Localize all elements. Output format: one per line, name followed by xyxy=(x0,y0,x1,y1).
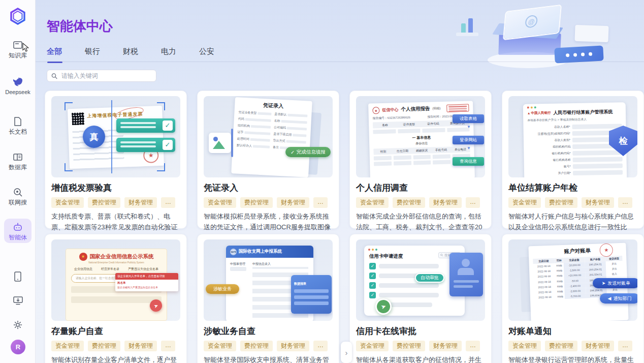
page-title: 智能体中心 xyxy=(47,17,113,35)
tag: 资金管理 xyxy=(508,341,541,351)
tab-police[interactable]: 公安 xyxy=(199,47,214,63)
panel-title: 数据报表 xyxy=(294,282,306,285)
tag: … xyxy=(618,197,632,208)
table-row-bars xyxy=(373,128,469,134)
mobile-app-icon[interactable] xyxy=(12,270,23,285)
form-title: 凭证录入 xyxy=(239,101,308,111)
tag: 资金管理 xyxy=(356,341,389,351)
chip-mountain xyxy=(213,141,225,149)
form-rows: 存款人名称*注册地(住所)或地区代码*存款人类别*组织机构代码银行机构代码*银行… xyxy=(527,123,623,177)
search-icon xyxy=(51,73,57,79)
agent-card-grid: 上海增值税电子普通发票 ★ 真 ✓ ✓ 增值税发票验真 资金管理费控管理财务管理… xyxy=(45,90,644,363)
form-field: 名称 xyxy=(274,118,307,125)
sidebar-item-web-search[interactable]: 联网搜 xyxy=(4,184,31,208)
card-tags: 资金管理费控管理财务管理… xyxy=(204,197,333,208)
agent-card-credit-card-approval[interactable]: 信用卡申请进度 搜索 ✓ ✓ ✓ ✓ 自动审批 ➤ xyxy=(349,234,492,363)
card-title: 信用卡在线审批 xyxy=(356,325,485,337)
tag: 财务管理 xyxy=(582,197,614,208)
sidebar-item-agent[interactable]: 智能体 xyxy=(4,219,31,243)
user-silhouette-body xyxy=(458,268,474,275)
query-info-button: 查询信息 xyxy=(453,157,484,166)
card-tags: 资金管理费控管理财务管理… xyxy=(204,341,333,351)
credit-center-seal: ★ xyxy=(372,107,379,114)
hero-base-ellipse xyxy=(488,52,569,68)
tab-bank[interactable]: 银行 xyxy=(85,47,100,63)
agent-card-stock-account-check[interactable]: ★ 国家企业信用信息公示系统 National Enterprise Credi… xyxy=(45,234,187,363)
credit-center-name: 征信中心 xyxy=(382,107,398,113)
national-emblem: ★ xyxy=(79,253,87,261)
sidebar-item-database[interactable]: 数据库 xyxy=(4,148,31,173)
tab-all[interactable]: 全部 xyxy=(47,47,62,63)
sidebar-item-knowledge-base[interactable]: 知识库 xyxy=(4,37,31,61)
sidebar-item-label: 知识库 xyxy=(4,52,31,59)
card-description: 智能体登录银行运营管理部的系统，批量生成对账单，并将对账单保存到指定位置，再根据… xyxy=(508,355,637,363)
sidebar-label: 申报单管理 xyxy=(230,262,245,266)
scan-corner xyxy=(157,102,165,110)
table-header-2: 性别出生日期婚姻状况手机号码单位电话 xyxy=(373,146,470,155)
agent-card-invoice-verify[interactable]: 上海增值税电子普通发票 ★ 真 ✓ ✓ 增值税发票验真 资金管理费控管理财务管理… xyxy=(45,90,187,229)
sidebar-item-long-document[interactable]: 长文档 xyxy=(4,113,31,137)
card-tags: 资金管理费控管理财务管理… xyxy=(356,197,485,208)
mini-search-icon xyxy=(440,254,443,257)
form-field: 凭证业务类型 xyxy=(238,110,271,116)
window-dots xyxy=(368,249,377,251)
star-stamp: ★ xyxy=(599,244,613,257)
voucher-form: 凭证录入 凭证业务类型是否默认代码名称组织机构公司编码证字是否下级启用处理时间导… xyxy=(231,97,312,177)
agent-card-sensitive-business-check[interactable]: SAFE 国际收支网上申报系统 申报单管理 申报信息录入 涉敏业务 数据报表 涉… xyxy=(197,234,339,363)
tag: 资金管理 xyxy=(508,197,541,208)
next-page-button[interactable]: › xyxy=(341,342,352,363)
agent-card-personal-credit[interactable]: ★ 征信中心 个人信用报告 (明细) 报告编号：63236726386626 报… xyxy=(349,90,492,229)
agent-card-statement-notice[interactable]: 账户对账单 ★ 交易日期币种交易金额账户余额借贷类型 2022-08-18RMB… xyxy=(502,234,644,363)
pboc-brand: 中国人民银行 人民币银行结算账户管理系统 xyxy=(527,108,622,116)
alert-title: 该企业被列入异常名单，点击查看详情 xyxy=(115,273,178,280)
hero-illustration: @ xyxy=(427,2,640,82)
tag: 费控管理 xyxy=(240,197,273,208)
form-fields: 凭证业务类型是否默认代码名称组织机构公司编码证字是否下级启用处理时间导出方式默认… xyxy=(237,110,308,152)
blue-bar xyxy=(231,129,233,157)
report-title-suffix: (明细) xyxy=(432,106,440,111)
agent-card-voucher-entry[interactable]: 凭证录入 凭证业务类型是否默认代码名称组织机构公司编码证字是否下级启用处理时间导… xyxy=(197,90,339,229)
tab-electric[interactable]: 电力 xyxy=(161,47,176,63)
check-row: ✓ xyxy=(116,138,175,152)
form-field: 是否下级启用 xyxy=(273,132,306,138)
sidebar-bar xyxy=(230,267,246,271)
system-title: 人民币银行结算账户管理系统 xyxy=(553,109,613,116)
tabs-divider xyxy=(36,62,644,62)
alert-body: 黑名单 该企业被列入严重违法失信企业名单 xyxy=(115,280,178,291)
tab-finance-tax[interactable]: 财税 xyxy=(123,47,138,63)
card-description: 智能体从各渠道获取客户的征信情况，并生产黑白名单，自动完成信用卡在线审批... xyxy=(356,355,485,363)
database-icon xyxy=(12,152,23,163)
card-description: 智能体完成企业外部征信信息的查询，包括法院、工商、税务、裁判文书、企查查等20多… xyxy=(356,211,485,233)
search-input[interactable] xyxy=(60,72,152,80)
card-illustration: 凭证录入 凭证业务类型是否默认代码名称组织机构公司编码证字是否下级启用处理时间导… xyxy=(204,96,333,177)
user-avatar[interactable]: R xyxy=(11,340,25,354)
card-tags: 资金管理费控管理财务管理… xyxy=(356,341,485,351)
safe-globe-logo: SAFE xyxy=(230,249,237,255)
category-tabs: 全部 银行 财税 电力 公安 xyxy=(47,47,237,63)
sidebar-item-deepseek[interactable]: Deepseek xyxy=(4,73,31,98)
form-field: 代码 xyxy=(238,116,271,123)
form-field: 导出方式 xyxy=(273,138,306,144)
sidebar-item-label: 数据库 xyxy=(4,164,31,171)
card-tags: 资金管理费控管理财务管理… xyxy=(508,341,637,351)
search-box[interactable] xyxy=(47,70,156,82)
card-illustration: ★ 征信中心 个人信用报告 (明细) 报告编号：63236726386626 报… xyxy=(356,96,485,177)
login-site-button: 登录网站 xyxy=(453,136,484,144)
hero-chart-base xyxy=(456,33,478,36)
app-logo-icon[interactable] xyxy=(8,6,28,26)
card-description: 智能体登录国际收支申报系统、清算业务管理系统自动导出交易数据... xyxy=(204,355,333,363)
form-row: 开户日期* xyxy=(528,169,623,177)
image-chip xyxy=(209,133,231,153)
desktop-download-icon[interactable] xyxy=(12,295,24,308)
scan-corner xyxy=(65,102,73,110)
task-row: ✓ xyxy=(369,292,439,298)
tag: 财务管理 xyxy=(124,341,157,351)
breadcrumb: 本地基本存款账户开立 > 审核及控制信息录入 xyxy=(527,116,622,123)
tag: … xyxy=(161,197,175,208)
card-title: 单位结算账户年检 xyxy=(508,182,637,194)
agent-card-account-annual-check[interactable]: 中国人民银行 人民币银行结算账户管理系统 本地基本存款账户开立 > 审核及控制信… xyxy=(502,90,644,229)
form-field: 是否默认 xyxy=(274,112,307,118)
settings-gear-icon[interactable] xyxy=(12,319,23,332)
report-no: 报告编号：63236726386626 xyxy=(373,115,410,121)
safe-title: 国际收支网上申报系统 xyxy=(239,249,282,255)
